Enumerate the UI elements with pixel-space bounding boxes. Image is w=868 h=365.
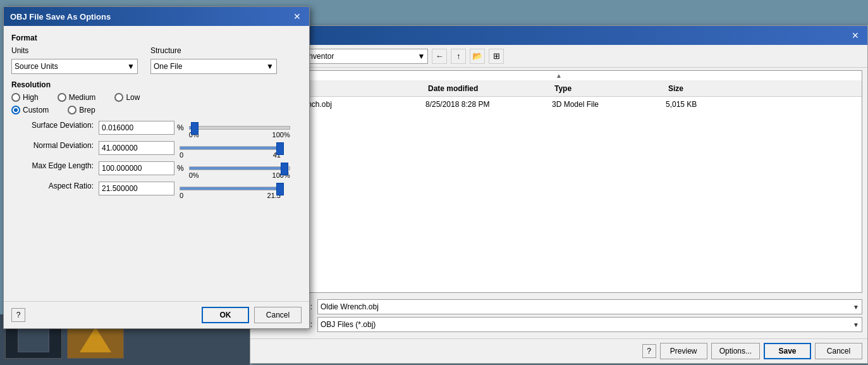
surface-deviation-labels: 0% 100% bbox=[189, 131, 290, 139]
col-header-type[interactable]: Type bbox=[552, 83, 666, 94]
file-save-buttons: ? Preview Options... Save Cancel bbox=[250, 338, 867, 363]
max-edge-row: Max Edge Length: % 0% 100% bbox=[11, 161, 302, 179]
file-save-cancel-button[interactable]: Cancel bbox=[815, 343, 862, 359]
up-icon: ↑ bbox=[456, 51, 461, 61]
file-save-help-button[interactable]: ? bbox=[642, 344, 656, 358]
save-in-combo[interactable]: inventor ▼ bbox=[289, 49, 428, 64]
max-edge-thumb[interactable] bbox=[281, 163, 288, 175]
col-header-date[interactable]: Date modified bbox=[425, 83, 552, 94]
up-button[interactable]: ↑ bbox=[451, 49, 466, 64]
radio-medium-label: Medium bbox=[69, 93, 96, 102]
format-section-label: Format bbox=[11, 34, 302, 42]
units-value: Source Units bbox=[15, 62, 58, 71]
radio-high-label: High bbox=[23, 93, 39, 102]
file-name-row: File name: Oldie Wrench.obj ▼ bbox=[255, 299, 862, 314]
radio-high-circle[interactable] bbox=[11, 93, 20, 102]
radio-brep[interactable]: Brep bbox=[68, 106, 95, 114]
obj-ok-button[interactable]: OK bbox=[202, 307, 249, 323]
structure-label: Structure bbox=[150, 46, 277, 55]
resolution-radio-row2: Custom Brep bbox=[11, 106, 302, 114]
obj-close-button[interactable]: ✕ bbox=[291, 11, 303, 22]
obj-titlebar: OBJ File Save As Options ✕ bbox=[4, 7, 309, 26]
aspect-ratio-slider-container: 0 21.5 bbox=[180, 182, 281, 199]
file-name-combo-value: Oldie Wrench.obj bbox=[321, 302, 379, 311]
obj-dialog-title: OBJ File Save As Options bbox=[10, 12, 111, 22]
file-save-dialog: Save As ✕ Save in: inventor ▼ ← ↑ 📂 ⊞ ▲ bbox=[250, 25, 868, 364]
aspect-ratio-fill bbox=[180, 187, 280, 190]
surface-deviation-thumb[interactable] bbox=[191, 122, 199, 135]
radio-brep-circle[interactable] bbox=[68, 106, 76, 114]
radio-custom-circle[interactable] bbox=[11, 106, 20, 114]
normal-deviation-min: 0 bbox=[180, 151, 183, 159]
normal-deviation-row: Normal Deviation: 0 41 bbox=[11, 141, 302, 159]
normal-deviation-input[interactable] bbox=[99, 141, 174, 155]
obj-btn-group: OK Cancel bbox=[202, 307, 302, 323]
obj-help-button[interactable]: ? bbox=[11, 308, 25, 322]
radio-low[interactable]: Low bbox=[114, 93, 140, 102]
save-as-type-arrow: ▼ bbox=[853, 321, 859, 328]
surface-deviation-row: Surface Deviation: % 0% 100% bbox=[11, 121, 302, 139]
normal-deviation-labels: 0 41 bbox=[180, 151, 281, 159]
radio-low-circle[interactable] bbox=[114, 93, 123, 102]
new-folder-icon: 📂 bbox=[472, 51, 482, 61]
save-in-arrow: ▼ bbox=[417, 52, 425, 61]
back-icon: ← bbox=[436, 51, 444, 61]
file-list-header: Name Date modified Type Size bbox=[256, 81, 862, 97]
radio-high[interactable]: High bbox=[11, 93, 39, 102]
preview-button[interactable]: Preview bbox=[660, 343, 707, 359]
structure-arrow: ▼ bbox=[266, 62, 274, 71]
save-button[interactable]: Save bbox=[764, 343, 811, 359]
units-arrow: ▼ bbox=[127, 62, 135, 71]
back-button[interactable]: ← bbox=[432, 49, 447, 64]
aspect-ratio-input[interactable] bbox=[99, 182, 174, 195]
structure-value: One File bbox=[154, 62, 182, 71]
table-row[interactable]: Oldie Wrench.obj 8/25/2018 8:28 PM 3D Mo… bbox=[256, 97, 862, 112]
obj-options-dialog: OBJ File Save As Options ✕ Format Units … bbox=[3, 6, 310, 329]
surface-deviation-percent: % bbox=[177, 123, 184, 132]
obj-cancel-button[interactable]: Cancel bbox=[254, 307, 302, 323]
file-date-cell: 8/25/2018 8:28 PM bbox=[425, 100, 552, 109]
max-edge-percent: % bbox=[177, 164, 184, 173]
radio-medium-circle[interactable] bbox=[58, 93, 66, 102]
surface-deviation-max: 100% bbox=[272, 131, 290, 139]
units-label: Units bbox=[11, 46, 138, 55]
max-edge-slider[interactable] bbox=[189, 166, 290, 170]
col-header-size[interactable]: Size bbox=[666, 83, 742, 94]
save-as-type-combo[interactable]: OBJ Files (*.obj) ▼ bbox=[317, 317, 862, 332]
aspect-ratio-slider[interactable] bbox=[180, 187, 281, 190]
max-edge-fill bbox=[190, 167, 284, 170]
file-save-toolbar: Save in: inventor ▼ ← ↑ 📂 ⊞ bbox=[250, 45, 867, 68]
aspect-ratio-labels: 0 21.5 bbox=[180, 192, 281, 199]
radio-custom[interactable]: Custom bbox=[11, 106, 49, 114]
save-in-value: inventor bbox=[307, 52, 334, 61]
radio-medium[interactable]: Medium bbox=[58, 93, 96, 102]
surface-deviation-input[interactable] bbox=[99, 121, 174, 135]
aspect-ratio-label: Aspect Ratio: bbox=[11, 182, 94, 190]
radio-low-label: Low bbox=[126, 93, 140, 102]
options-button[interactable]: Options... bbox=[711, 343, 760, 359]
scroll-up-icon: ▲ bbox=[556, 72, 562, 79]
max-edge-slider-container: 0% 100% bbox=[189, 161, 290, 179]
file-name-combo[interactable]: Oldie Wrench.obj ▼ bbox=[317, 299, 862, 314]
dark-block-shape bbox=[18, 327, 49, 352]
obj-dialog-buttons: ? OK Cancel bbox=[4, 301, 309, 328]
normal-deviation-slider-container: 0 41 bbox=[180, 141, 281, 159]
units-col: Units Source Units ▼ bbox=[11, 46, 138, 74]
radio-brep-label: Brep bbox=[79, 106, 95, 114]
max-edge-input[interactable] bbox=[99, 161, 174, 175]
normal-deviation-thumb[interactable] bbox=[276, 142, 284, 155]
file-size-cell: 5,015 KB bbox=[666, 100, 742, 109]
normal-deviation-slider[interactable] bbox=[180, 146, 281, 150]
format-row: Units Source Units ▼ Structure One File … bbox=[11, 46, 302, 74]
new-folder-button[interactable]: 📂 bbox=[470, 49, 485, 64]
surface-deviation-slider[interactable] bbox=[189, 126, 290, 130]
view-button[interactable]: ⊞ bbox=[489, 49, 504, 64]
file-name-combo-arrow: ▼ bbox=[853, 304, 859, 311]
resolution-radio-row1: High Medium Low bbox=[11, 93, 302, 102]
units-dropdown[interactable]: Source Units ▼ bbox=[11, 59, 138, 74]
file-save-bottom: File name: Oldie Wrench.obj ▼ Save as ty… bbox=[250, 295, 867, 338]
structure-dropdown[interactable]: One File ▼ bbox=[150, 59, 277, 74]
file-save-close-button[interactable]: ✕ bbox=[850, 30, 861, 41]
normal-deviation-fill bbox=[180, 147, 280, 149]
aspect-ratio-thumb[interactable] bbox=[276, 183, 284, 195]
